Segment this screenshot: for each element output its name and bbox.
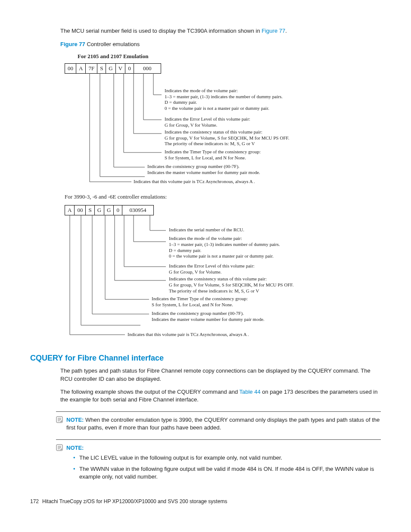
note1-label: NOTE: xyxy=(66,417,84,423)
d2-callout-2: Indicates the Error Level of this volume… xyxy=(169,263,354,275)
d1-callout-3: Indicates the Timer Type of the consiste… xyxy=(165,149,350,161)
d2-cell-0: A xyxy=(65,205,75,215)
note-icon xyxy=(56,444,63,451)
page-footer: 172 Hitachi TrueCopy z/OS for HP XP12000… xyxy=(30,498,381,505)
d2-cell-1: 00 xyxy=(75,205,86,215)
d1-callout-4: Indicates the consistency group number (… xyxy=(147,164,333,176)
intro-paragraph: The MCU serial number field is used to d… xyxy=(60,27,381,35)
d1-cell-7: 000 xyxy=(134,63,161,73)
d2-cell-3: G xyxy=(94,205,104,215)
d1-cell-5: V xyxy=(115,63,125,73)
note2-bullet-1: The LIC LEVEL value in the following out… xyxy=(73,454,381,462)
table-link[interactable]: Table 44 xyxy=(240,389,261,395)
d2-callout-1: Indicates the mode of the volume pair: 1… xyxy=(169,236,354,259)
d1-cell-3: S xyxy=(97,63,106,73)
diagram1-title: For 2105 and 2107 Emulation xyxy=(78,53,381,60)
note1-text: When the controller emulation type is 39… xyxy=(66,417,380,431)
d2-cell-6: 030954 xyxy=(122,205,153,215)
d1-callout-1: Indicates the Error Level of this volume… xyxy=(165,116,350,128)
page-number: 172 xyxy=(30,498,39,505)
footer-title: Hitachi TrueCopy z/OS for HP XP12000/XP1… xyxy=(42,498,227,505)
d1-cell-2: 7F xyxy=(86,63,97,73)
d2-callout-4: Indicates the Timer Type of the consiste… xyxy=(152,296,337,308)
diagram2-title: For 3990-3, -6 and -6E controller emulat… xyxy=(65,193,381,201)
d1-callout-0: Indicates the mode of the volume pair: 1… xyxy=(165,88,350,112)
d2-cell-4: G xyxy=(104,205,114,215)
d1-cell-1: A xyxy=(76,63,86,73)
diagram1-cells: 00 A 7F S G V 0 000 xyxy=(65,63,161,74)
section-p1: The path types and path status for Fibre… xyxy=(60,367,381,383)
d1-cell-0: 00 xyxy=(65,63,76,73)
note2-bullets: The LIC LEVEL value in the following out… xyxy=(73,454,381,481)
figure-title: Controller emulations xyxy=(87,41,140,47)
note-2: NOTE: xyxy=(56,444,381,452)
d1-cell-6: 0 xyxy=(125,63,134,73)
d2-callout-3: Indicates the consistency status of this… xyxy=(169,276,354,294)
section-p2: The following example shows the output o… xyxy=(60,388,381,404)
figure-caption: Figure 77 Controller emulations xyxy=(60,40,381,48)
note2-label: NOTE: xyxy=(66,445,84,451)
figure-number: Figure 77 xyxy=(60,41,85,47)
figure-link[interactable]: Figure 77 xyxy=(262,28,285,34)
intro-text-post: . xyxy=(285,28,287,34)
d1-callout-2: Indicates the consistency status of this… xyxy=(165,129,350,147)
diagram1: 00 A 7F S G V 0 000 Indicates the mode o… xyxy=(65,63,381,185)
d1-cell-4: G xyxy=(106,63,115,73)
separator xyxy=(56,439,381,440)
note-1: NOTE: When the controller emulation type… xyxy=(56,416,381,432)
d2-cell-5: 0 xyxy=(114,205,122,215)
d2-cell-2: S xyxy=(86,205,94,215)
note-icon xyxy=(56,416,63,423)
d1-callout-5: Indicates that this volume pair is TCz A… xyxy=(134,179,319,185)
intro-text-pre: The MCU serial number field is used to d… xyxy=(60,28,262,34)
d2-callout-5: Indicates the consistency group number (… xyxy=(152,311,337,323)
d2-callout-0: Indicates the serial number of the RCU. xyxy=(169,227,354,233)
diagram2-cells: A 00 S G G 0 030954 xyxy=(65,205,154,215)
d2-callout-6: Indicates that this volume pair is TCz A… xyxy=(128,332,313,338)
separator xyxy=(56,411,381,412)
note2-bullet-2: The WWNN value in the following figure o… xyxy=(73,465,381,481)
section-heading: CQUERY for Fibre Channel interface xyxy=(30,353,381,364)
diagram2: A 00 S G G 0 030954 Indicates the serial… xyxy=(65,205,381,340)
p2-pre: The following example shows the output o… xyxy=(60,389,240,395)
